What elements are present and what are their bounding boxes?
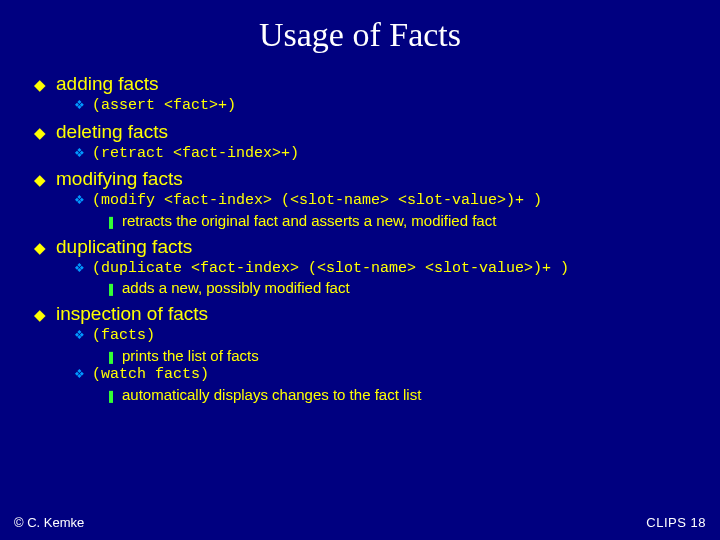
sub-bullet: ❖ (watch facts) bbox=[74, 366, 700, 385]
code-text: (assert <fact>+) bbox=[92, 97, 236, 116]
slide-content: ◆ adding facts ❖ (assert <fact>+) ◆ dele… bbox=[0, 74, 720, 405]
diamond-icon: ◆ bbox=[34, 77, 56, 92]
sub-sub-bullet: ❚ adds a new, possibly modified fact bbox=[106, 279, 700, 298]
diamond-icon: ◆ bbox=[34, 240, 56, 255]
sub-sub-bullet: ❚ automatically displays changes to the … bbox=[106, 386, 700, 405]
diamond-outline-icon: ❖ bbox=[74, 147, 92, 159]
heading-text: duplicating facts bbox=[56, 237, 192, 258]
code-text: (facts) bbox=[92, 327, 155, 346]
slide-title: Usage of Facts bbox=[0, 0, 720, 68]
footer-copyright: © C. Kemke bbox=[14, 515, 84, 530]
sub-bullet: ❖ (duplicate <fact-index> (<slot-name> <… bbox=[74, 260, 700, 279]
diamond-icon: ◆ bbox=[34, 172, 56, 187]
bullet-inspection-of-facts: ◆ inspection of facts bbox=[34, 304, 700, 325]
diamond-outline-icon: ❖ bbox=[74, 329, 92, 341]
bar-icon: ❚ bbox=[106, 283, 122, 295]
bar-icon: ❚ bbox=[106, 216, 122, 228]
note-text: automatically displays changes to the fa… bbox=[122, 386, 421, 405]
code-text: (modify <fact-index> (<slot-name> <slot-… bbox=[92, 192, 542, 211]
diamond-outline-icon: ❖ bbox=[74, 368, 92, 380]
bullet-modifying-facts: ◆ modifying facts bbox=[34, 169, 700, 190]
heading-text: modifying facts bbox=[56, 169, 183, 190]
note-text: retracts the original fact and asserts a… bbox=[122, 212, 496, 231]
sub-bullet: ❖ (retract <fact-index>+) bbox=[74, 145, 700, 164]
bar-icon: ❚ bbox=[106, 390, 122, 402]
diamond-outline-icon: ❖ bbox=[74, 194, 92, 206]
bullet-duplicating-facts: ◆ duplicating facts bbox=[34, 237, 700, 258]
diamond-icon: ◆ bbox=[34, 125, 56, 140]
heading-text: adding facts bbox=[56, 74, 158, 95]
bullet-deleting-facts: ◆ deleting facts bbox=[34, 122, 700, 143]
code-text: (duplicate <fact-index> (<slot-name> <sl… bbox=[92, 260, 569, 279]
sub-bullet: ❖ (assert <fact>+) bbox=[74, 97, 700, 116]
code-text: (retract <fact-index>+) bbox=[92, 145, 299, 164]
sub-bullet: ❖ (modify <fact-index> (<slot-name> <slo… bbox=[74, 192, 700, 211]
sub-bullet: ❖ (facts) bbox=[74, 327, 700, 346]
sub-sub-bullet: ❚ retracts the original fact and asserts… bbox=[106, 212, 700, 231]
footer-page-number: CLIPS 18 bbox=[646, 515, 706, 530]
diamond-icon: ◆ bbox=[34, 307, 56, 322]
diamond-outline-icon: ❖ bbox=[74, 99, 92, 111]
sub-sub-bullet: ❚ prints the list of facts bbox=[106, 347, 700, 366]
diamond-outline-icon: ❖ bbox=[74, 262, 92, 274]
code-text: (watch facts) bbox=[92, 366, 209, 385]
note-text: adds a new, possibly modified fact bbox=[122, 279, 350, 298]
heading-text: inspection of facts bbox=[56, 304, 208, 325]
bullet-adding-facts: ◆ adding facts bbox=[34, 74, 700, 95]
bar-icon: ❚ bbox=[106, 351, 122, 363]
slide: Usage of Facts ◆ adding facts ❖ (assert … bbox=[0, 0, 720, 540]
note-text: prints the list of facts bbox=[122, 347, 259, 366]
heading-text: deleting facts bbox=[56, 122, 168, 143]
